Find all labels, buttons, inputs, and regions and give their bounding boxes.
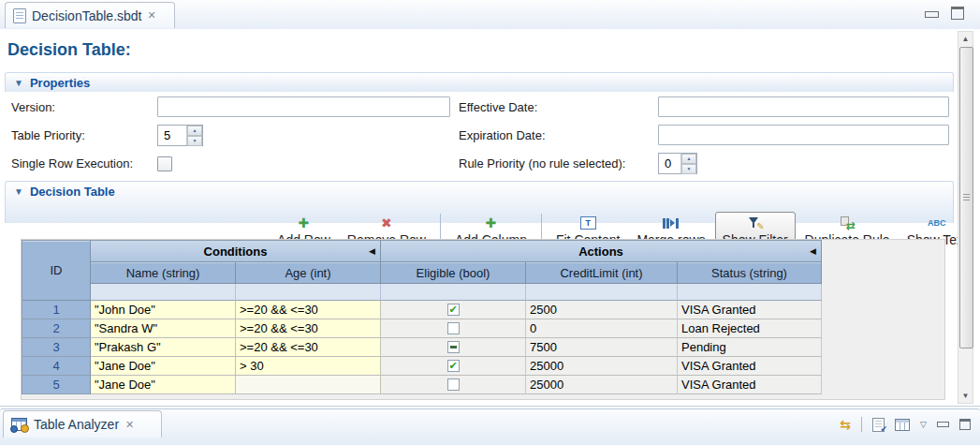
- spin-down-icon[interactable]: ▼: [187, 136, 202, 146]
- filter-cell[interactable]: [91, 284, 236, 301]
- scrollbar-thumb[interactable]: [959, 47, 973, 349]
- status-cell[interactable]: VISA Granted: [678, 357, 822, 376]
- duplicate-rule-icon: ⇄: [840, 216, 855, 230]
- decision-table-grid: ID Conditions ◀ Actions ◀ Name (string) …: [22, 240, 822, 394]
- collapse-left-icon[interactable]: ◀: [810, 246, 816, 256]
- decision-table-section-title: Decision Table: [30, 185, 115, 199]
- table-priority-stepper[interactable]: 5 ▲ ▼: [157, 125, 203, 146]
- actions-group-header[interactable]: Actions ◀: [381, 241, 822, 262]
- eligible-checkbox[interactable]: [447, 341, 460, 353]
- age-cell[interactable]: >=20 && <=30: [236, 301, 381, 319]
- plus-icon: ✚: [299, 215, 310, 230]
- status-cell[interactable]: VISA Granted: [678, 376, 822, 394]
- row-id-cell[interactable]: 5: [22, 376, 91, 394]
- id-column-header[interactable]: ID: [22, 241, 91, 301]
- credit-cell[interactable]: 2500: [526, 301, 678, 319]
- effective-date-input[interactable]: [658, 96, 949, 117]
- properties-section-header[interactable]: ▼ Properties: [5, 72, 954, 92]
- minimize-icon[interactable]: [925, 11, 939, 18]
- effective-date-label: Effective Date:: [459, 96, 537, 118]
- document-icon: [13, 8, 26, 23]
- minimize-view-icon[interactable]: [937, 422, 949, 427]
- single-row-execution-checkbox[interactable]: [157, 156, 172, 171]
- rule-priority-label: Rule Priority (no rule selected):: [459, 153, 625, 174]
- maximize-view-icon[interactable]: [959, 419, 971, 430]
- maximize-icon[interactable]: [951, 7, 964, 20]
- status-cell[interactable]: Pending: [678, 338, 822, 357]
- credit-cell[interactable]: 0: [526, 319, 678, 338]
- tab-close-icon[interactable]: ✕: [148, 10, 156, 21]
- age-cell[interactable]: >=20 && <=30: [236, 319, 381, 338]
- credit-cell[interactable]: 25000: [526, 376, 678, 394]
- filter-cell[interactable]: [381, 284, 526, 301]
- filter-cell[interactable]: [236, 284, 381, 301]
- toolbar-separator: [861, 417, 862, 432]
- eligible-cell[interactable]: [381, 376, 526, 394]
- collapse-triangle-icon[interactable]: ▼: [14, 77, 23, 90]
- column-header-status[interactable]: Status (string): [678, 262, 822, 284]
- eligible-checkbox[interactable]: [447, 360, 460, 372]
- row-id-cell[interactable]: 3: [22, 338, 91, 357]
- eligible-cell[interactable]: [381, 338, 526, 357]
- table-priority-value: 5: [158, 126, 186, 145]
- name-cell[interactable]: "Sandra W": [91, 319, 236, 338]
- name-cell[interactable]: "John Doe": [91, 301, 236, 319]
- editor-tab-decisiontable[interactable]: DecisionTable.sbdt ✕: [5, 2, 175, 28]
- column-header-age[interactable]: Age (int): [236, 262, 381, 284]
- eclipse-window: DecisionTable.sbdt ✕ Decision Table: ▼ P…: [0, 0, 980, 445]
- name-cell[interactable]: "Prakash G": [91, 338, 236, 357]
- bottom-view-panel: Table Analyzer ✕ ⇆ ✔ ▽: [0, 406, 980, 445]
- table-priority-label: Table Priority:: [11, 125, 85, 146]
- column-header-eligible[interactable]: Eligible (bool): [381, 262, 526, 284]
- scroll-down-icon[interactable]: ▼: [958, 389, 973, 403]
- rule-priority-stepper[interactable]: 0 ▲ ▼: [658, 153, 697, 174]
- spin-up-icon[interactable]: ▲: [187, 126, 202, 136]
- expiration-date-input[interactable]: [658, 125, 949, 145]
- row-id-cell[interactable]: 4: [22, 357, 91, 376]
- spin-up-icon[interactable]: ▲: [681, 154, 696, 164]
- column-header-credit[interactable]: CreditLimit (int): [526, 262, 678, 284]
- age-cell[interactable]: [236, 376, 381, 394]
- filter-cell[interactable]: [678, 284, 822, 301]
- age-cell[interactable]: > 30: [236, 357, 381, 376]
- eligible-cell[interactable]: [381, 301, 526, 319]
- table-view-icon[interactable]: [895, 419, 910, 431]
- column-header-name[interactable]: Name (string): [91, 262, 236, 284]
- row-id-cell[interactable]: 2: [22, 319, 91, 338]
- eligible-checkbox[interactable]: [447, 304, 460, 316]
- eligible-cell[interactable]: [381, 357, 526, 376]
- tab-close-icon[interactable]: ✕: [125, 420, 134, 430]
- validate-icon[interactable]: ✔: [872, 418, 885, 432]
- collapse-triangle-icon[interactable]: ▼: [14, 185, 23, 199]
- conditions-group-header[interactable]: Conditions ◀: [91, 241, 381, 262]
- collapse-left-icon[interactable]: ◀: [369, 246, 375, 256]
- editor-tab-title: DecisionTable.sbdt: [32, 8, 142, 23]
- row-id-cell[interactable]: 1: [22, 301, 91, 319]
- spin-down-icon[interactable]: ▼: [681, 164, 696, 174]
- age-cell[interactable]: >=20 && <=30: [236, 338, 381, 357]
- table-analyzer-tab-title: Table Analyzer: [34, 417, 119, 432]
- bottom-toolbar: ⇆ ✔ ▽: [840, 417, 971, 432]
- name-cell[interactable]: "Jane Doe": [91, 357, 236, 376]
- view-menu-icon[interactable]: ▽: [920, 420, 927, 429]
- table-analyzer-tab[interactable]: Table Analyzer ✕: [3, 410, 162, 438]
- properties-section-title: Properties: [30, 76, 90, 90]
- version-input[interactable]: [157, 96, 450, 117]
- status-cell[interactable]: Loan Rejected: [678, 319, 822, 338]
- eligible-checkbox[interactable]: [447, 322, 460, 334]
- synchronize-icon[interactable]: ⇆: [840, 418, 851, 431]
- filter-cell[interactable]: [526, 284, 678, 301]
- credit-cell[interactable]: 25000: [526, 357, 678, 376]
- decision-table-area: ID Conditions ◀ Actions ◀ Name (string) …: [21, 239, 945, 400]
- eligible-checkbox[interactable]: [447, 378, 460, 391]
- editor-tabbar: DecisionTable.sbdt ✕: [0, 0, 980, 30]
- credit-cell[interactable]: 7500: [526, 338, 678, 357]
- merge-rows-icon: [663, 218, 679, 229]
- name-cell[interactable]: "Jane Doe": [91, 376, 236, 394]
- fit-content-icon: T: [580, 216, 596, 230]
- eligible-cell[interactable]: [381, 319, 526, 338]
- status-cell[interactable]: VISA Granted: [678, 301, 822, 319]
- scroll-up-icon[interactable]: ▲: [958, 32, 973, 46]
- red-cross-icon: ✖: [381, 215, 392, 230]
- editor-scrollbar[interactable]: ▲ ▼: [958, 31, 973, 404]
